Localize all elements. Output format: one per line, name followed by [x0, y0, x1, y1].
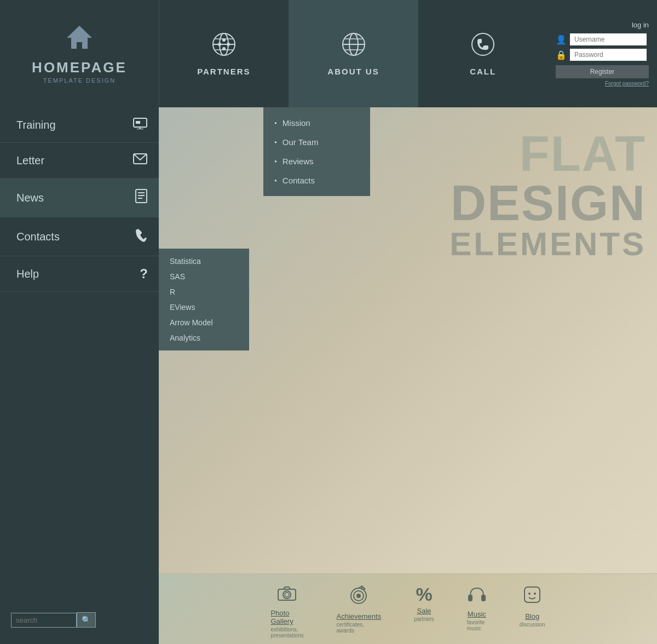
- blog-icon: [522, 585, 542, 609]
- hero-text: FLAT DESIGN ELEMENTS: [449, 129, 646, 261]
- sale-item[interactable]: % Sale partners: [414, 585, 434, 622]
- about-us-label: ABOUT US: [327, 67, 379, 76]
- bullet-icon: ●: [274, 120, 277, 125]
- dropdown-reviews[interactable]: ● Reviews: [274, 157, 359, 166]
- help-label: Help: [16, 268, 39, 280]
- about-dropdown: ● Mission ● Our Team ● Reviews ● Contact…: [263, 107, 370, 196]
- nav-partners[interactable]: PARTNERS: [159, 0, 289, 107]
- headphones-icon: [467, 585, 487, 607]
- login-title: log in: [556, 21, 649, 29]
- target-icon: [349, 585, 368, 609]
- content-area: ● Mission ● Our Team ● Reviews ● Contact…: [159, 107, 657, 644]
- header: HOMEPAGE TEMPLATE DESIGN: [0, 0, 657, 107]
- bullet-icon: ●: [274, 159, 277, 164]
- svg-point-16: [472, 33, 494, 55]
- bottom-icons-row: Photo Gallery exhibitions, presentations: [159, 585, 657, 639]
- svg-rect-37: [481, 595, 486, 601]
- training-icon: [132, 117, 148, 133]
- call-label: CALL: [470, 67, 496, 76]
- sidebar-item-help[interactable]: Help ?: [0, 256, 159, 292]
- blog-sub: discussion: [520, 622, 545, 628]
- achievements-label: Achievements: [337, 612, 382, 620]
- svg-point-31: [356, 594, 361, 598]
- svg-point-27: [283, 591, 291, 599]
- hero-design: DESIGN: [449, 179, 646, 228]
- percent-icon: %: [416, 585, 432, 603]
- letter-icon: [132, 153, 148, 168]
- letter-label: Letter: [16, 154, 44, 167]
- photo-gallery-item[interactable]: Photo Gallery exhibitions, presentations: [270, 585, 303, 639]
- news-icon: [135, 188, 148, 207]
- logo-title: HOMEPAGE: [32, 59, 127, 76]
- about-icon: [341, 31, 367, 62]
- contacts-label: Contacts: [16, 231, 60, 243]
- sale-label: Sale: [417, 607, 431, 615]
- home-icon: [66, 24, 93, 56]
- music-item[interactable]: Music favorite music: [467, 585, 487, 631]
- dropdown-contacts[interactable]: ● Contacts: [274, 176, 359, 185]
- lock-icon: 🔒: [556, 50, 567, 60]
- bottom-bar: Photo Gallery exhibitions, presentations: [159, 573, 657, 644]
- svg-point-40: [534, 593, 536, 595]
- sale-sub: partners: [414, 616, 434, 622]
- login-area: log in 👤 🔒 Register Forgot password?: [548, 0, 657, 107]
- achievements-sub: certificates, awards: [337, 622, 382, 634]
- svg-point-7: [222, 38, 226, 42]
- sidebar-item-training[interactable]: Training: [0, 107, 159, 143]
- svg-rect-20: [136, 121, 140, 124]
- dropdown-mission[interactable]: ● Mission: [274, 118, 359, 128]
- svg-point-28: [285, 593, 289, 597]
- achievements-item[interactable]: Achievements certificates, awards: [337, 585, 382, 634]
- photo-gallery-label: Photo Gallery: [270, 609, 303, 625]
- music-label: Music: [468, 610, 486, 618]
- logo-area: HOMEPAGE TEMPLATE DESIGN: [0, 0, 159, 107]
- svg-point-8: [218, 43, 221, 46]
- svg-rect-1: [77, 42, 82, 49]
- bullet-icon: ●: [274, 140, 277, 145]
- call-icon: [470, 31, 496, 62]
- username-input[interactable]: [570, 33, 647, 45]
- submenu-r[interactable]: R: [170, 288, 238, 296]
- hero-elements: ELEMENTS: [449, 228, 646, 261]
- partners-icon: [211, 31, 237, 62]
- user-icon: 👤: [556, 34, 567, 45]
- sidebar-item-news[interactable]: News: [0, 179, 159, 217]
- submenu-analytics[interactable]: Analytics: [170, 334, 238, 342]
- submenu-eviews[interactable]: EViews: [170, 303, 238, 312]
- camera-icon: [277, 585, 297, 606]
- sidebar-item-contacts[interactable]: Contacts: [0, 217, 159, 256]
- sidebar-item-letter[interactable]: Letter: [0, 143, 159, 179]
- contacts-icon: [132, 227, 148, 246]
- password-input[interactable]: [570, 49, 647, 61]
- hero-flat: FLAT: [449, 129, 646, 179]
- blog-label: Blog: [525, 612, 539, 620]
- submenu-statistica[interactable]: Statistica: [170, 257, 238, 266]
- username-wrap: 👤: [556, 33, 649, 45]
- dropdown-our-team[interactable]: ● Our Team: [274, 137, 359, 147]
- search-icon: 🔍: [82, 616, 91, 624]
- svg-rect-36: [468, 595, 472, 601]
- search-input[interactable]: [11, 613, 77, 628]
- forgot-password-link[interactable]: Forgot password?: [556, 81, 649, 87]
- nav-call[interactable]: CALL: [418, 0, 548, 107]
- search-bar: 🔍: [11, 612, 96, 628]
- svg-point-39: [528, 593, 531, 595]
- submenu-sas[interactable]: SAS: [170, 272, 238, 281]
- help-icon: ?: [140, 266, 148, 281]
- register-button[interactable]: Register: [556, 65, 649, 78]
- training-label: Training: [16, 119, 56, 131]
- sidebar-bottom: 🔍: [0, 292, 159, 644]
- partners-label: PARTNERS: [197, 67, 250, 76]
- logo-subtitle: TEMPLATE DESIGN: [43, 77, 116, 84]
- blog-item[interactable]: Blog discussion: [520, 585, 545, 628]
- news-submenu: Statistica SAS R EViews Arrow Model Anal…: [159, 249, 249, 350]
- svg-rect-38: [525, 587, 540, 602]
- nav-about-us[interactable]: ABOUT US: [289, 0, 418, 107]
- sidebar: Training Letter News Contacts: [0, 107, 159, 644]
- submenu-arrow-model[interactable]: Arrow Model: [170, 318, 238, 327]
- svg-point-10: [222, 47, 226, 50]
- search-button[interactable]: 🔍: [77, 612, 96, 628]
- nav-area: PARTNERS ABOUT US: [159, 0, 548, 107]
- password-wrap: 🔒: [556, 49, 649, 61]
- photo-gallery-sub: exhibitions, presentations: [270, 626, 303, 639]
